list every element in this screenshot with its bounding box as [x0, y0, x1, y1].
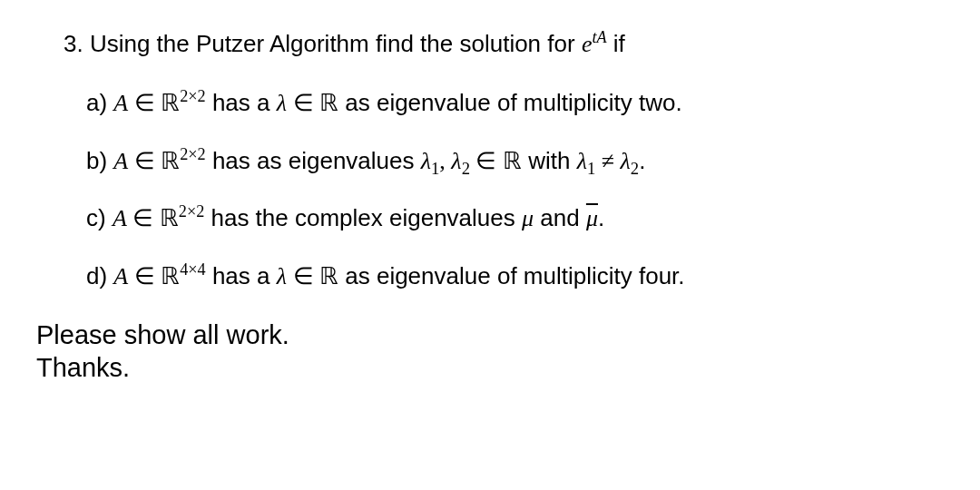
text: has as eigenvalues [206, 147, 421, 174]
with: with [522, 147, 577, 174]
R: ℝ [161, 90, 180, 116]
R2: ℝ [503, 148, 522, 174]
mu-bar: μ [586, 205, 598, 231]
A: A [113, 205, 127, 231]
and: and [534, 204, 586, 231]
dim: 2×2 [180, 88, 205, 106]
R2: ℝ [319, 90, 338, 116]
mu: μ [522, 205, 534, 231]
R: ℝ [160, 205, 179, 231]
in2: ∈ [287, 263, 319, 289]
text2: as eigenvalue of multiplicity four. [338, 262, 685, 289]
closing-line1: Please show all work. [36, 318, 944, 351]
in: ∈ [127, 205, 160, 231]
s2: 2 [462, 159, 470, 178]
A: A [113, 90, 128, 116]
text2: as eigenvalue of multiplicity two. [338, 89, 682, 116]
closing-line2: Thanks. [36, 351, 944, 384]
R2: ℝ [319, 263, 338, 289]
text: has the complex eigenvalues [204, 204, 522, 231]
lambda: λ [277, 90, 287, 116]
problem-statement: 3. Using the Putzer Algorithm find the s… [64, 27, 944, 61]
dim: 2×2 [179, 203, 204, 221]
closing-text: Please show all work. Thanks. [36, 318, 944, 385]
l2: λ [451, 148, 461, 174]
subpart-d: d) A ∈ ℝ4×4 has a λ ∈ ℝ as eigenvalue of… [86, 260, 944, 293]
dim: 4×4 [180, 260, 205, 279]
problem-intro-before: Using the Putzer Algorithm find the solu… [90, 30, 582, 57]
part-label: b) [86, 147, 113, 174]
l1b: λ [577, 148, 587, 174]
part-label: d) [86, 262, 113, 289]
neq: ≠ [595, 148, 620, 174]
exp-sup: tA [592, 28, 606, 46]
R: ℝ [161, 148, 180, 174]
l2b: λ [621, 148, 631, 174]
in2: ∈ [470, 148, 503, 174]
lambda: λ [277, 263, 287, 289]
in: ∈ [128, 148, 161, 174]
text: has a [206, 89, 277, 116]
comma: , [439, 148, 451, 174]
problem-intro-after: if [613, 30, 625, 57]
R: ℝ [161, 263, 180, 289]
dim: 2×2 [180, 145, 205, 163]
in: ∈ [128, 90, 161, 116]
A: A [113, 263, 128, 289]
subpart-a: a) A ∈ ℝ2×2 has a λ ∈ ℝ as eigenvalue of… [86, 86, 944, 120]
part-label: a) [86, 89, 113, 116]
A: A [113, 148, 128, 174]
period: . [598, 204, 604, 231]
s1b: 1 [587, 159, 595, 178]
period: . [639, 147, 645, 174]
text: has a [206, 262, 277, 289]
subparts-list: a) A ∈ ℝ2×2 has a λ ∈ ℝ as eigenvalue of… [86, 86, 944, 293]
exp-base: e [582, 31, 593, 57]
in2: ∈ [287, 90, 319, 116]
s1: 1 [431, 159, 439, 178]
l1: λ [421, 148, 431, 174]
part-label: c) [86, 204, 113, 231]
in: ∈ [128, 263, 161, 289]
s2b: 2 [631, 159, 639, 178]
subpart-b: b) A ∈ ℝ2×2 has as eigenvalues λ1, λ2 ∈ … [86, 144, 944, 178]
problem-number: 3. [64, 30, 83, 57]
exp-expression: etA [582, 31, 607, 57]
subpart-c: c) A ∈ ℝ2×2 has the complex eigenvalues … [86, 201, 944, 235]
